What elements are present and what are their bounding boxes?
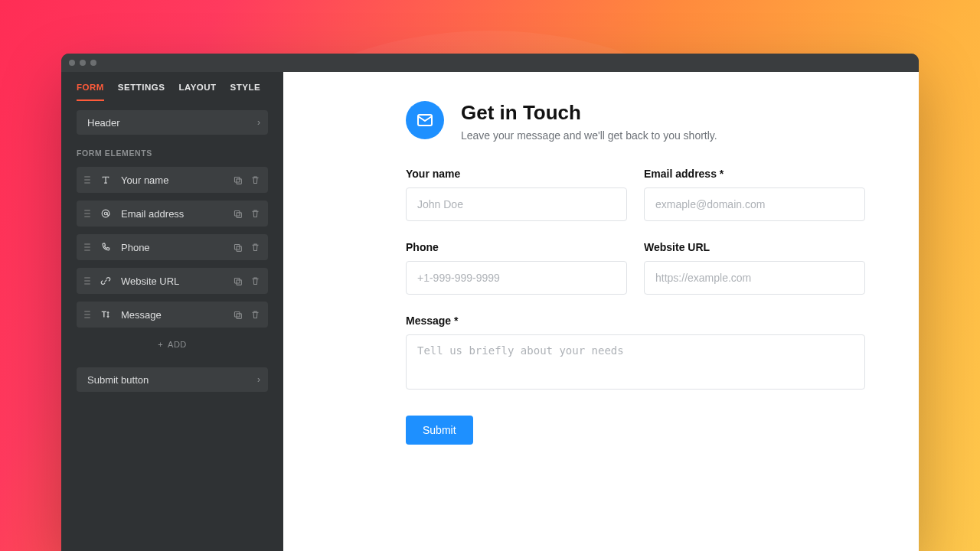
svg-rect-10 — [234, 311, 240, 317]
field-email: Email address * — [644, 168, 865, 221]
tab-style[interactable]: STYLE — [230, 83, 261, 101]
email-input[interactable] — [644, 187, 865, 221]
duplicate-icon[interactable] — [233, 209, 243, 219]
drag-handle-icon[interactable] — [84, 176, 90, 184]
drag-handle-icon[interactable] — [84, 277, 90, 285]
tab-form[interactable]: FORM — [77, 83, 104, 101]
svg-rect-8 — [234, 278, 240, 283]
chevron-right-icon: › — [257, 117, 260, 128]
sidebar-tabs: FORM SETTINGS LAYOUT STYLE — [61, 72, 283, 101]
add-element-button[interactable]: + ADD — [77, 337, 268, 352]
element-row-name[interactable]: Your name — [77, 167, 268, 193]
add-label: ADD — [168, 340, 187, 349]
field-label: Message * — [406, 315, 865, 327]
link-icon — [100, 275, 112, 287]
tab-layout[interactable]: LAYOUT — [178, 83, 216, 101]
text-height-icon — [100, 308, 112, 321]
form-canvas: Get in Touch Leave your message and we'l… — [283, 72, 919, 551]
sidebar: FORM SETTINGS LAYOUT STYLE Header › FORM… — [61, 72, 283, 551]
form-subtitle: Leave your message and we'll get back to… — [461, 129, 717, 142]
phone-icon — [100, 241, 112, 253]
element-row-message[interactable]: Message — [77, 302, 268, 328]
svg-rect-0 — [234, 177, 240, 182]
element-label: Email address — [121, 208, 184, 220]
field-name: Your name — [406, 168, 627, 221]
sidebar-submit-label: Submit button — [87, 374, 149, 386]
window-dot[interactable] — [69, 60, 75, 66]
duplicate-icon[interactable] — [233, 175, 243, 185]
trash-icon[interactable] — [250, 310, 260, 320]
drag-handle-icon[interactable] — [84, 243, 90, 251]
at-icon — [100, 207, 112, 220]
trash-icon[interactable] — [250, 243, 260, 253]
trash-icon[interactable] — [250, 175, 260, 185]
duplicate-icon[interactable] — [233, 310, 243, 320]
svg-rect-1 — [237, 178, 242, 184]
sidebar-header-label: Header — [87, 117, 120, 129]
svg-point-3 — [104, 212, 107, 215]
field-label: Website URL — [644, 241, 865, 253]
plus-icon: + — [158, 340, 163, 349]
field-website: Website URL — [644, 241, 865, 295]
element-label: Your name — [121, 174, 168, 186]
drag-handle-icon[interactable] — [84, 311, 90, 318]
mail-icon — [406, 101, 444, 139]
field-label: Your name — [406, 168, 627, 180]
field-message: Message * — [406, 315, 865, 393]
svg-rect-9 — [237, 279, 242, 285]
name-input[interactable] — [406, 187, 627, 221]
sidebar-section-label: FORM ELEMENTS — [77, 148, 268, 158]
form-header: Get in Touch Leave your message and we'l… — [406, 101, 865, 142]
element-label: Phone — [121, 242, 150, 253]
message-input[interactable] — [406, 334, 865, 390]
svg-rect-7 — [237, 246, 242, 251]
phone-input[interactable] — [406, 261, 627, 295]
duplicate-icon[interactable] — [233, 243, 243, 253]
chevron-right-icon: › — [257, 374, 260, 385]
sidebar-submit-row[interactable]: Submit button › — [77, 367, 268, 392]
tab-settings[interactable]: SETTINGS — [118, 83, 165, 101]
svg-rect-11 — [237, 313, 242, 318]
trash-icon[interactable] — [250, 276, 260, 286]
text-icon — [100, 174, 112, 186]
svg-rect-4 — [234, 210, 240, 216]
window-titlebar — [61, 54, 919, 72]
window-dot[interactable] — [80, 60, 86, 66]
field-phone: Phone — [406, 241, 627, 295]
element-label: Website URL — [121, 276, 179, 287]
field-label: Email address * — [644, 168, 865, 180]
svg-point-2 — [102, 210, 109, 217]
window-dot[interactable] — [90, 60, 96, 66]
sidebar-header-row[interactable]: Header › — [77, 110, 268, 135]
svg-rect-6 — [234, 244, 240, 249]
svg-rect-5 — [237, 212, 242, 217]
sidebar-elements: Your name Email address — [77, 167, 268, 328]
field-label: Phone — [406, 241, 627, 253]
element-label: Message — [121, 309, 162, 321]
element-row-phone[interactable]: Phone — [77, 234, 268, 260]
website-input[interactable] — [644, 261, 865, 295]
trash-icon[interactable] — [250, 209, 260, 219]
drag-handle-icon[interactable] — [84, 210, 90, 217]
submit-button[interactable]: Submit — [406, 416, 473, 445]
element-row-email[interactable]: Email address — [77, 201, 268, 227]
duplicate-icon[interactable] — [233, 276, 243, 286]
element-row-website[interactable]: Website URL — [77, 268, 268, 294]
app-window: FORM SETTINGS LAYOUT STYLE Header › FORM… — [61, 54, 919, 551]
form-title: Get in Touch — [461, 101, 717, 125]
